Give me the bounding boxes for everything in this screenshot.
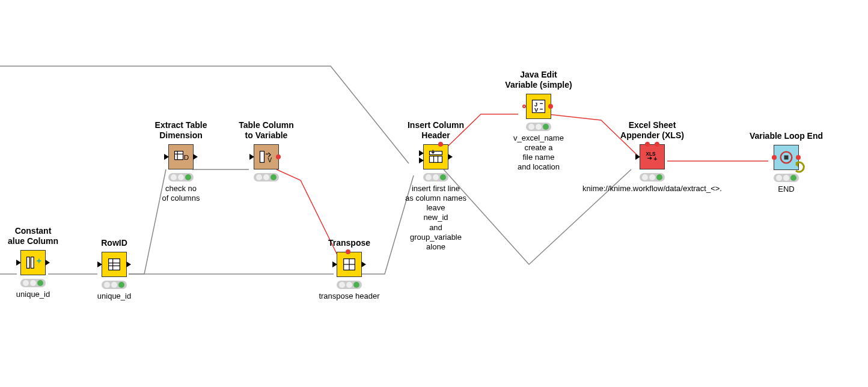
svg-text:+: +: [37, 256, 41, 266]
node-body[interactable]: JV: [526, 94, 551, 119]
status-indicator: [102, 281, 127, 289]
node-body[interactable]: +: [20, 250, 46, 275]
node-body[interactable]: XLS+: [640, 144, 665, 169]
node-body[interactable]: D: [168, 144, 194, 169]
loop-end-icon: [778, 149, 795, 166]
node-desc: transpose header: [319, 291, 379, 301]
node-title: Excel Sheet Appender (XLS): [620, 120, 684, 141]
column-add-icon: +: [25, 254, 41, 271]
svg-rect-0: [27, 257, 30, 268]
transpose-icon: [341, 256, 358, 273]
column-to-variable-icon: V: [258, 148, 275, 165]
svg-rect-26: [784, 155, 789, 159]
table-dimension-icon: D: [173, 148, 189, 165]
node-desc: insert first line as column names leave …: [405, 184, 466, 252]
node-title: Extract Table Dimension: [155, 120, 207, 141]
node-excel-sheet-appender[interactable]: Excel Sheet Appender (XLS) XLS+ knime://…: [583, 120, 721, 194]
node-title: Variable Loop End: [750, 131, 823, 141]
node-title: Java Edit Variable (simple): [505, 70, 572, 90]
node-constant-value-column[interactable]: Constant alue Column + unique_id: [0, 226, 66, 299]
node-transpose[interactable]: Transpose transpose header: [310, 238, 388, 301]
xls-icon: XLS+: [644, 148, 661, 165]
svg-rect-16: [430, 151, 442, 154]
status-indicator: [20, 279, 46, 287]
node-insert-column-header[interactable]: Insert Column Header insert first line a…: [391, 120, 481, 252]
node-title: Insert Column Header: [408, 120, 464, 141]
svg-text:+: +: [653, 155, 657, 162]
status-indicator: [337, 281, 362, 289]
svg-text:V: V: [534, 107, 539, 113]
node-desc: END: [778, 184, 794, 194]
node-body[interactable]: [337, 252, 362, 277]
workflow-canvas[interactable]: Constant alue Column + unique_id RowID u…: [0, 0, 868, 387]
svg-rect-7: [175, 151, 183, 159]
node-variable-loop-end[interactable]: Variable Loop End END: [738, 131, 834, 194]
status-indicator: [423, 173, 448, 181]
node-java-edit-variable[interactable]: Java Edit Variable (simple) JV v_excel_n…: [491, 70, 587, 172]
svg-rect-1: [31, 257, 34, 268]
node-desc: v_excel_name create a file name and loca…: [513, 133, 564, 172]
node-desc: check no of columns: [162, 184, 200, 204]
status-indicator: [254, 173, 279, 181]
svg-rect-17: [430, 156, 442, 162]
java-variable-icon: JV: [530, 98, 547, 115]
node-title: Transpose: [328, 238, 370, 248]
rowid-icon: [106, 256, 123, 273]
node-body[interactable]: [423, 144, 448, 169]
status-indicator: [526, 123, 551, 131]
node-body[interactable]: V: [254, 144, 279, 169]
svg-text:D: D: [184, 153, 189, 160]
svg-rect-3: [109, 258, 120, 270]
node-table-column-to-variable[interactable]: Table Column to Variable V: [227, 120, 305, 181]
node-title: RowID: [101, 238, 127, 248]
node-body[interactable]: [102, 252, 127, 277]
node-extract-table-dimension[interactable]: Extract Table Dimension D check no of co…: [142, 120, 220, 203]
node-desc: unique_id: [16, 290, 50, 299]
node-title: Constant alue Column: [8, 226, 58, 246]
loop-arrow-icon: [795, 161, 807, 173]
node-desc: unique_id: [97, 291, 131, 301]
node-desc: knime://knime.workflow/data/extract_<>.: [582, 184, 722, 194]
column-header-icon: [427, 148, 444, 165]
svg-text:V: V: [267, 156, 272, 163]
node-body[interactable]: [774, 145, 799, 170]
status-indicator: [774, 174, 799, 182]
status-indicator: [168, 173, 194, 181]
status-indicator: [640, 173, 665, 181]
node-rowid[interactable]: RowID unique_id: [84, 238, 144, 301]
svg-rect-11: [260, 151, 264, 162]
node-title: Table Column to Variable: [239, 120, 294, 141]
